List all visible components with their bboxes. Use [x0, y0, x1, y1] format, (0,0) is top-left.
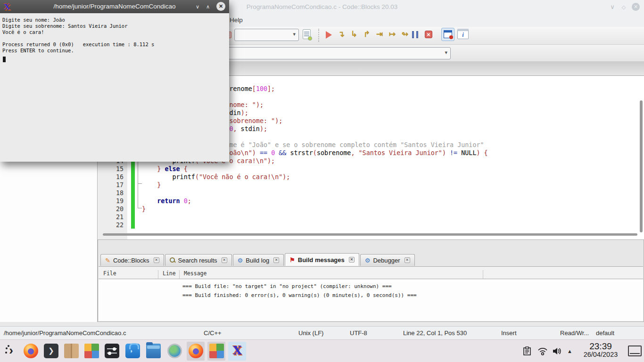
build-message-row[interactable]: === Build finished: 0 error(s), 0 warnin… — [182, 292, 417, 298]
search-icon — [170, 257, 175, 263]
xterm-minimize-icon[interactable]: ∨ — [193, 2, 202, 11]
log-tab-label: Build messages — [298, 256, 345, 263]
next-instruction-icon[interactable]: ↦ — [387, 29, 397, 40]
gear-icon: ⚙ — [238, 257, 243, 263]
messages-table-header[interactable]: File Line Message — [99, 266, 643, 279]
vertical-scrollbar[interactable] — [640, 100, 643, 232]
firefox-launcher-icon[interactable] — [24, 344, 38, 358]
debug-continue-icon[interactable] — [326, 31, 332, 39]
compiler-messages-icon[interactable] — [303, 29, 311, 39]
chevron-down-icon: ▾ — [293, 31, 296, 37]
window-bottom-edge — [0, 322, 644, 326]
clipboard-tray-icon[interactable] — [522, 346, 532, 356]
run-to-cursor-icon[interactable]: ↴ — [336, 29, 347, 40]
status-readwrite: Read/Wr... — [560, 329, 589, 337]
log-tab-build-log[interactable]: ⚙Build log✕ — [233, 254, 284, 266]
wifi-tray-icon[interactable] — [537, 346, 548, 356]
xterm-window[interactable]: X /home/junior/ProgramaNomeComCondicao ∨… — [0, 0, 229, 162]
chevron-down-icon: ▾ — [445, 49, 447, 56]
software-store-icon[interactable] — [125, 344, 140, 358]
status-filename: /home/junior/ProgramaNomeComCondicao.c — [4, 329, 126, 337]
tab-close-icon[interactable]: ✕ — [405, 257, 410, 263]
column-message[interactable]: Message — [184, 270, 206, 277]
code-line[interactable]: 18 — [98, 189, 644, 197]
terminal-output: Digite seu nome: JoãoDigite seu sobrenom… — [2, 17, 227, 54]
code-line[interactable]: 22 — [98, 221, 644, 229]
various-info-icon[interactable]: i — [457, 29, 469, 39]
code-line[interactable]: 17 } — [98, 181, 644, 189]
app-menu-icon[interactable]: › — [4, 344, 18, 358]
messages-table-body[interactable]: === Build file: "no target" in "no proje… — [99, 280, 643, 321]
toolbar-separator — [318, 29, 319, 42]
gear-icon: ⚙ — [365, 257, 371, 263]
tray-expand-icon[interactable]: ▲ — [567, 348, 572, 354]
code-line[interactable]: 20} — [98, 205, 644, 213]
note-icon: ✎ — [105, 257, 110, 263]
xterm-icon[interactable]: X — [230, 344, 245, 358]
code-line[interactable]: 16 printf("Você não é o cara!\n"); — [98, 173, 644, 181]
debuggee-combo[interactable]: ▾ — [228, 47, 451, 59]
log-tab-label: Search results — [178, 257, 217, 264]
debug-stop-icon[interactable]: ✕ — [425, 31, 432, 38]
code-line[interactable]: 19 return 0; — [98, 197, 644, 205]
file-manager-icon[interactable] — [146, 344, 161, 358]
logs-tabbar: ✎Code::Blocks✕Search results✕⚙Build log✕… — [100, 253, 416, 266]
step-out-icon[interactable]: ⇥ — [374, 29, 385, 40]
firefox-icon[interactable] — [189, 344, 203, 358]
maximize-icon[interactable]: ◇ — [619, 3, 628, 11]
codeblocks-icon[interactable] — [209, 344, 224, 358]
terminal-launcher-icon[interactable]: ❯ — [44, 344, 58, 358]
horizontal-scrollbar[interactable] — [103, 233, 637, 236]
app-grid-icon[interactable] — [84, 344, 99, 358]
xterm-maximize-icon[interactable]: ∧ — [204, 2, 212, 11]
log-tab-debugger[interactable]: ⚙Debugger✕ — [360, 254, 415, 266]
show-desktop-button[interactable] — [628, 346, 642, 356]
log-tab-label: Code::Blocks — [113, 257, 149, 264]
logs-panel: ✎Code::Blocks✕Search results✕⚙Build log✕… — [98, 239, 644, 322]
desktop: ProgramaNomeComCondicao.c - Code::Blocks… — [0, 0, 644, 362]
next-line-icon[interactable]: ↳ — [349, 29, 359, 40]
xterm-close-icon[interactable]: ✕ — [216, 2, 225, 11]
volume-tray-icon[interactable] — [552, 346, 562, 356]
log-tab-code-blocks[interactable]: ✎Code::Blocks✕ — [100, 254, 164, 266]
status-insert-mode: Insert — [501, 329, 517, 337]
status-language: C/C++ — [204, 329, 222, 337]
tab-close-icon[interactable]: ✕ — [273, 257, 279, 263]
debugging-windows-icon[interactable] — [441, 28, 454, 41]
clock[interactable]: 23:39 26/04/2023 — [576, 341, 625, 358]
status-encoding: UTF-8 — [350, 329, 367, 337]
tab-close-icon[interactable]: ✕ — [154, 257, 159, 263]
minimize-icon[interactable]: ∨ — [608, 3, 617, 11]
web-app-icon[interactable] — [167, 344, 182, 358]
taskbar: › ❯ X ▲ 2 — [0, 339, 644, 362]
clock-time: 23:39 — [576, 341, 625, 352]
log-tab-search-results[interactable]: Search results✕ — [165, 254, 232, 266]
terminal-cursor — [3, 57, 6, 62]
xterm-titlebar[interactable]: X /home/junior/ProgramaNomeComCondicao ∨… — [0, 0, 229, 13]
settings-icon[interactable] — [105, 344, 119, 358]
code-line[interactable]: 21 — [98, 213, 644, 221]
package-manager-icon[interactable] — [64, 344, 79, 358]
statusbar: /home/junior/ProgramaNomeComCondicao.c C… — [0, 326, 644, 339]
status-caret-position: Line 22, Col 1, Pos 530 — [403, 329, 467, 337]
column-file[interactable]: File — [103, 270, 116, 277]
menu-help[interactable]: Help — [230, 16, 243, 24]
clock-date: 26/04/2023 — [576, 351, 625, 358]
step-into-instruction-icon[interactable]: ↬ — [400, 29, 410, 40]
status-eol: Unix (LF) — [298, 329, 323, 337]
debug-pause-icon[interactable] — [412, 31, 418, 38]
build-message-row[interactable]: === Build file: "no target" in "no proje… — [182, 283, 392, 289]
build-target-combo[interactable]: ▾ — [234, 29, 299, 41]
flag-icon: ⚑ — [289, 257, 295, 263]
tab-close-icon[interactable]: ✕ — [222, 257, 227, 263]
log-tab-build-messages[interactable]: ⚑Build messages✕ — [285, 253, 359, 266]
close-icon[interactable]: ✕ — [632, 3, 640, 11]
log-tab-label: Build log — [246, 257, 269, 264]
code-line[interactable]: 15 } else { — [98, 165, 644, 173]
xterm-output[interactable]: Digite seu nome: JoãoDigite seu sobrenom… — [0, 13, 229, 162]
log-tab-label: Debugger — [373, 257, 400, 264]
tab-close-icon[interactable]: ✕ — [349, 257, 355, 263]
step-into-icon[interactable]: ↱ — [362, 29, 372, 40]
column-line[interactable]: Line — [163, 270, 176, 277]
status-profile: default — [596, 329, 614, 337]
